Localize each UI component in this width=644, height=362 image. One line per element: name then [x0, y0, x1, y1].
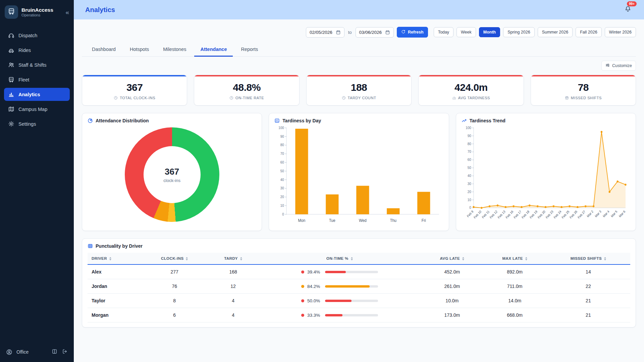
- column-header-tardy[interactable]: TARDY: [208, 253, 258, 264]
- sort-icon: [462, 257, 464, 260]
- logout-button[interactable]: [61, 348, 68, 356]
- sidebar-item-analytics[interactable]: Analytics: [4, 88, 70, 101]
- svg-text:Mar 6: Mar 6: [618, 210, 626, 218]
- bar-chart-icon: [274, 118, 280, 123]
- tab-hotspots[interactable]: Hotspots: [124, 43, 155, 57]
- card-title-text: Punctuality by Driver: [96, 243, 143, 249]
- table-row-jordan: Jordan761284.2%261.0m711.0m22: [88, 279, 630, 294]
- column-header-on-time[interactable]: ON-TIME %: [258, 253, 421, 264]
- charts-row: Attendance Distribution 367 clock-ins: [82, 113, 636, 231]
- svg-text:Mar 2: Mar 2: [586, 210, 594, 218]
- kpi-card-avg-tardiness: 424.0mAVG TARDINESS: [418, 75, 524, 106]
- tab-bar: DashboardHotspotsMilestonesAttendanceRep…: [82, 43, 636, 57]
- svg-text:Tue: Tue: [329, 218, 335, 223]
- svg-text:Thu: Thu: [390, 218, 396, 223]
- range-button-fall-2026[interactable]: Fall 2026: [576, 27, 601, 37]
- page-title: Analytics: [85, 6, 115, 14]
- kpi-card-total-clock-ins: 367TOTAL CLOCK-INS: [82, 75, 187, 106]
- card-title: Tardiness Trend: [462, 118, 630, 123]
- calendar-x-icon: [565, 96, 569, 100]
- cell-avg-late: 173.0m: [421, 308, 483, 322]
- svg-text:10: 10: [280, 204, 284, 207]
- customize-button[interactable]: Customize: [601, 61, 636, 71]
- kpi-row: 367TOTAL CLOCK-INS48.8%ON-TIME RATE188TA…: [82, 75, 636, 106]
- sidebar-item-fleet[interactable]: Fleet: [4, 73, 70, 86]
- table-row-alex: Alex27716839.4%452.0m892.0m14: [88, 264, 630, 279]
- cell-tardy: 4: [208, 308, 258, 322]
- column-header-driver[interactable]: DRIVER: [88, 253, 141, 264]
- svg-text:Feb 18: Feb 18: [521, 210, 530, 219]
- sidebar-item-rides[interactable]: Rides: [4, 44, 70, 57]
- svg-text:40: 40: [280, 178, 284, 181]
- sort-icon: [186, 257, 188, 260]
- kpi-accent-bar: [194, 75, 299, 76]
- columns-icon-button[interactable]: [51, 348, 58, 356]
- kpi-value: 188: [307, 82, 411, 93]
- table-body: Alex27716839.4%452.0m892.0m14Jordan76128…: [88, 264, 630, 322]
- filter-toolbar: 02/05/2026 to 03/06/2026 Refresh TodayWe…: [82, 19, 636, 43]
- tab-attendance[interactable]: Attendance: [194, 43, 233, 57]
- sort-icon: [604, 257, 606, 260]
- kpi-label: AVG TARDINESS: [419, 96, 523, 100]
- sidebar-collapse-button[interactable]: «: [65, 9, 69, 15]
- date-to-input[interactable]: 03/06/2026: [356, 27, 394, 38]
- tardiness-by-day-card: Tardiness by Day 0102030405060708090100M…: [269, 113, 449, 231]
- svg-text:Feb 10: Feb 10: [473, 210, 482, 219]
- sort-icon: [240, 257, 242, 260]
- sidebar-item-campus-map[interactable]: Campus Map: [4, 103, 70, 116]
- cell-max-late: 892.0m: [483, 264, 546, 279]
- donut-chart: 367 clock-ins: [88, 123, 256, 226]
- cell-max-late: 668.0m: [483, 308, 546, 322]
- sidebar-item-dispatch[interactable]: Dispatch: [4, 29, 70, 42]
- cell-missed-shifts: 14: [546, 264, 630, 279]
- top-header: Analytics 99+: [74, 0, 644, 19]
- tab-milestones[interactable]: Milestones: [157, 43, 192, 57]
- sidebar-item-label: Settings: [18, 121, 36, 127]
- cell-on-time: 84.2%: [258, 279, 421, 294]
- headset-icon: [8, 32, 14, 39]
- range-button-winter-2026[interactable]: Winter 2026: [605, 27, 636, 37]
- svg-text:10: 10: [467, 198, 471, 201]
- svg-text:60: 60: [467, 158, 471, 162]
- sidebar-item-settings[interactable]: Settings: [4, 117, 70, 130]
- cell-missed-shifts: 22: [546, 279, 630, 294]
- refresh-button[interactable]: Refresh: [397, 27, 428, 38]
- calendar-icon: [385, 30, 390, 35]
- cell-max-late: 711.0m: [483, 279, 546, 294]
- kpi-card-missed-shifts: 78MISSED SHIFTS: [531, 75, 636, 106]
- range-button-today[interactable]: Today: [434, 27, 453, 37]
- svg-text:100: 100: [279, 126, 284, 130]
- refresh-label: Refresh: [408, 30, 424, 35]
- date-from-input[interactable]: 02/05/2026: [306, 27, 344, 38]
- donut-center-label: clock-ins: [163, 178, 180, 183]
- clock-icon: [229, 96, 233, 100]
- card-title: Attendance Distribution: [88, 118, 256, 123]
- cell-tardy: 4: [208, 294, 258, 308]
- users-icon: [8, 62, 14, 68]
- car-icon: [8, 47, 14, 53]
- range-button-month[interactable]: Month: [479, 27, 500, 37]
- cell-avg-late: 10.0m: [421, 294, 483, 308]
- column-header-max-late[interactable]: MAX LATE: [483, 253, 546, 264]
- tab-reports[interactable]: Reports: [235, 43, 264, 57]
- svg-text:0: 0: [469, 206, 471, 209]
- kpi-label: TARDY COUNT: [307, 96, 411, 100]
- brand: BruinAccess Operations «: [0, 0, 74, 24]
- cell-tardy: 168: [208, 264, 258, 279]
- range-button-group: TodayWeekMonthSpring 2026Summer 2026Fall…: [434, 27, 636, 37]
- trend-icon: [462, 118, 467, 123]
- notifications-button[interactable]: 99+: [623, 4, 633, 15]
- range-button-summer-2026[interactable]: Summer 2026: [538, 27, 573, 37]
- status-dot: [301, 314, 304, 317]
- status-dot: [301, 285, 304, 288]
- tab-dashboard[interactable]: Dashboard: [86, 43, 122, 57]
- svg-text:20: 20: [467, 190, 471, 193]
- svg-text:Mar 4: Mar 4: [602, 210, 610, 218]
- column-header-avg-late[interactable]: AVG LATE: [421, 253, 483, 264]
- column-header-missed-shifts[interactable]: MISSED SHIFTS: [546, 253, 630, 264]
- svg-text:30: 30: [280, 186, 284, 190]
- range-button-spring-2026[interactable]: Spring 2026: [503, 27, 534, 37]
- column-header-clock-ins[interactable]: CLOCK-INS: [141, 253, 208, 264]
- sidebar-item-staff-shifts[interactable]: Staff & Shifts: [4, 58, 70, 71]
- range-button-week[interactable]: Week: [457, 27, 476, 37]
